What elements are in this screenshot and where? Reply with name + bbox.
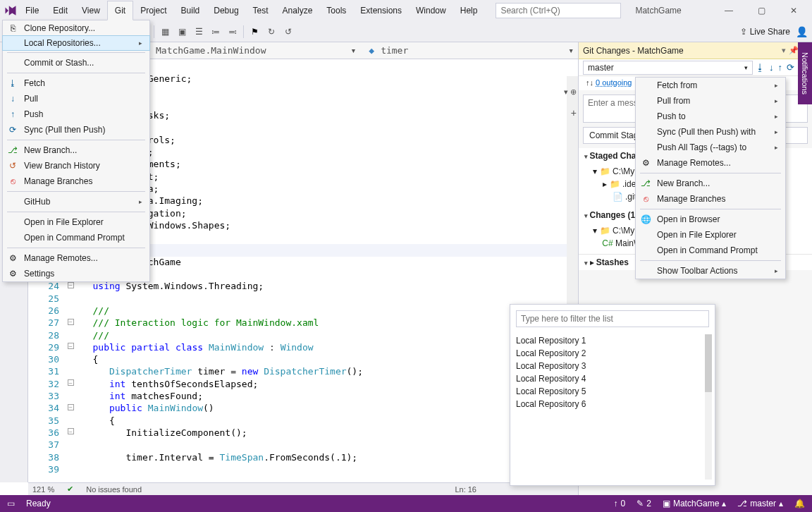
act-cmd[interactable]: Open in Command Prompt bbox=[636, 243, 785, 258]
git-history[interactable]: ↺View Branch History bbox=[3, 158, 149, 173]
act-toolbar[interactable]: Show Toolbar Actions▸ bbox=[636, 263, 785, 279]
git-sync[interactable]: ⟳Sync (Pull then Push) bbox=[3, 122, 149, 138]
act-sync[interactable]: Sync (Pull then Push) with▸ bbox=[636, 124, 785, 140]
menu-debug[interactable]: Debug bbox=[207, 1, 245, 20]
vs-logo-icon bbox=[3, 3, 18, 18]
maximize-icon[interactable]: ▢ bbox=[746, 1, 777, 20]
file-icon: 📄 bbox=[613, 192, 622, 202]
status-changes[interactable]: ✎ 2 bbox=[636, 499, 651, 508]
git-commit-stash[interactable]: Commit or Stash... bbox=[3, 55, 149, 71]
issues-text: No issues found bbox=[86, 485, 142, 494]
menu-window[interactable]: Window bbox=[409, 1, 453, 20]
act-fetch[interactable]: Fetch from▸ bbox=[636, 78, 785, 93]
menu-extensions[interactable]: Extensions bbox=[353, 1, 409, 20]
menu-help[interactable]: Help bbox=[453, 1, 485, 20]
act-newbranch[interactable]: ⎇New Branch... bbox=[636, 176, 785, 191]
act-explorer[interactable]: Open in File Explorer bbox=[636, 227, 785, 243]
tool-icon[interactable]: ☰ bbox=[192, 25, 205, 38]
repo-list: Local Repository 1Local Repository 2Loca… bbox=[516, 334, 703, 480]
statusbar: ▭ Ready ↑ 0 ✎ 2 ▣ MatchGame ▴ ⎇ master ▴… bbox=[0, 495, 812, 512]
menu-tools[interactable]: Tools bbox=[319, 1, 353, 20]
status-repo[interactable]: ▣ MatchGame ▴ bbox=[663, 499, 726, 508]
tool-icon[interactable]: ▦ bbox=[159, 25, 171, 38]
live-share-icon: ⇪ bbox=[740, 27, 747, 37]
menu-project[interactable]: Project bbox=[133, 1, 173, 20]
repo-item[interactable]: Local Repository 6 bbox=[516, 398, 703, 410]
notifications-tab[interactable]: Notifications bbox=[798, 42, 812, 104]
tool-icon[interactable]: ≔ bbox=[209, 25, 222, 38]
act-pull[interactable]: Pull from▸ bbox=[636, 93, 785, 109]
account-icon[interactable]: 👤 bbox=[796, 26, 808, 37]
menu-view[interactable]: View bbox=[75, 1, 107, 20]
window-title: MatchGame bbox=[621, 6, 713, 16]
code-lines[interactable]: ;.Collections.Generic;.Linq;.Text;.Threa… bbox=[76, 59, 578, 482]
tool-icon[interactable]: ≕ bbox=[226, 25, 239, 38]
act-browser[interactable]: 🌐Open in Browser bbox=[636, 212, 785, 227]
git-settings[interactable]: ⚙Settings bbox=[3, 266, 149, 281]
nav-plus-icon[interactable]: + bbox=[571, 107, 577, 118]
status-branch[interactable]: ⎇ master ▴ bbox=[737, 499, 783, 508]
branches-icon: ⎋ bbox=[640, 194, 651, 204]
repo-item[interactable]: Local Repository 1 bbox=[516, 334, 703, 347]
close-icon[interactable]: ✕ bbox=[778, 1, 809, 20]
act-remotes[interactable]: ⚙Manage Remotes... bbox=[636, 155, 785, 171]
git-fetch[interactable]: ⭳Fetch bbox=[3, 75, 149, 91]
repo-item[interactable]: Local Repository 2 bbox=[516, 347, 703, 360]
dropdown-icon[interactable]: ▾ bbox=[782, 46, 786, 55]
live-share-button[interactable]: ⇪ Live Share bbox=[740, 27, 790, 37]
pin-icon[interactable]: 📌 bbox=[789, 46, 799, 55]
git-open-cmd[interactable]: Open in Command Prompt bbox=[3, 230, 149, 245]
git-open-explorer[interactable]: Open in File Explorer bbox=[3, 214, 149, 230]
nav-member-combo[interactable]: timer bbox=[377, 44, 412, 57]
repo-filter-input[interactable]: Type here to filter the list bbox=[516, 310, 709, 327]
menu-analyze[interactable]: Analyze bbox=[276, 1, 320, 20]
menu-file[interactable]: File bbox=[18, 1, 46, 20]
menu-test[interactable]: Test bbox=[246, 1, 276, 20]
git-manage-remotes[interactable]: ⚙Manage Remotes... bbox=[3, 250, 149, 266]
git-push[interactable]: ↑Push bbox=[3, 106, 149, 122]
branch-combo[interactable]: master ▾ bbox=[583, 61, 753, 75]
outgoing-link[interactable]: 0 outgoing bbox=[596, 78, 632, 87]
act-manage[interactable]: ⎋Manage Branches bbox=[636, 191, 785, 207]
field-icon: ◆ bbox=[369, 45, 374, 56]
act-tags[interactable]: Push All Tags (--tags) to▸ bbox=[636, 140, 785, 155]
push-icon[interactable]: ↑ bbox=[778, 62, 783, 73]
flag-icon[interactable]: ⚑ bbox=[248, 25, 261, 38]
status-ready: Ready bbox=[26, 499, 51, 508]
git-manage-branches[interactable]: ⎋Manage Branches bbox=[3, 173, 149, 189]
repo-item[interactable]: Local Repository 3 bbox=[516, 360, 703, 372]
tool-icon[interactable]: ↻ bbox=[265, 25, 278, 38]
menu-build[interactable]: Build bbox=[174, 1, 207, 20]
tool-icon[interactable]: ↺ bbox=[282, 25, 295, 38]
repo-item[interactable]: Local Repository 4 bbox=[516, 372, 703, 385]
panel-title: Git Changes - MatchGame ▾ 📌 ✕ bbox=[579, 42, 812, 59]
csharp-icon: C# bbox=[603, 238, 613, 248]
status-upload[interactable]: ↑ 0 bbox=[614, 499, 626, 508]
bell-icon[interactable]: 🔔 bbox=[794, 499, 805, 508]
repo-item[interactable]: Local Repository 5 bbox=[516, 385, 703, 398]
git-menu-dropdown: ⎘Clone Repository... Local Repositories.… bbox=[2, 20, 150, 282]
nav-class-combo[interactable]: MatchGame.MainWindow bbox=[152, 44, 270, 57]
search-placeholder: Search (Ctrl+Q) bbox=[500, 6, 560, 16]
search-input[interactable]: Search (Ctrl+Q) bbox=[496, 3, 621, 18]
push-icon: ↑ bbox=[7, 109, 18, 119]
menu-git[interactable]: Git bbox=[107, 1, 133, 20]
sync-icon[interactable]: ⟳ bbox=[787, 62, 794, 73]
git-pull[interactable]: ↓Pull bbox=[3, 91, 149, 106]
menu-edit[interactable]: Edit bbox=[46, 1, 75, 20]
minimize-icon[interactable]: — bbox=[713, 1, 744, 20]
fetch-icon[interactable]: ⭳ bbox=[756, 62, 765, 73]
tool-icon[interactable]: ▣ bbox=[176, 25, 188, 38]
doc-pin-icons[interactable]: ▾⊕ bbox=[564, 87, 577, 97]
repo-scrollbar[interactable] bbox=[705, 334, 712, 480]
act-push[interactable]: Push to▸ bbox=[636, 109, 785, 124]
folder-icon: 📁 bbox=[600, 226, 610, 236]
git-clone[interactable]: ⎘Clone Repository... bbox=[3, 20, 149, 36]
git-github[interactable]: GitHub▸ bbox=[3, 194, 149, 209]
git-new-branch[interactable]: ⎇New Branch... bbox=[3, 142, 149, 158]
live-share-label: Live Share bbox=[750, 27, 790, 37]
pull-icon[interactable]: ↓ bbox=[769, 62, 774, 73]
globe-icon: 🌐 bbox=[640, 214, 651, 224]
zoom-level[interactable]: 121 % bbox=[32, 485, 54, 494]
git-local-repos[interactable]: Local Repositories...▸ bbox=[2, 35, 150, 51]
